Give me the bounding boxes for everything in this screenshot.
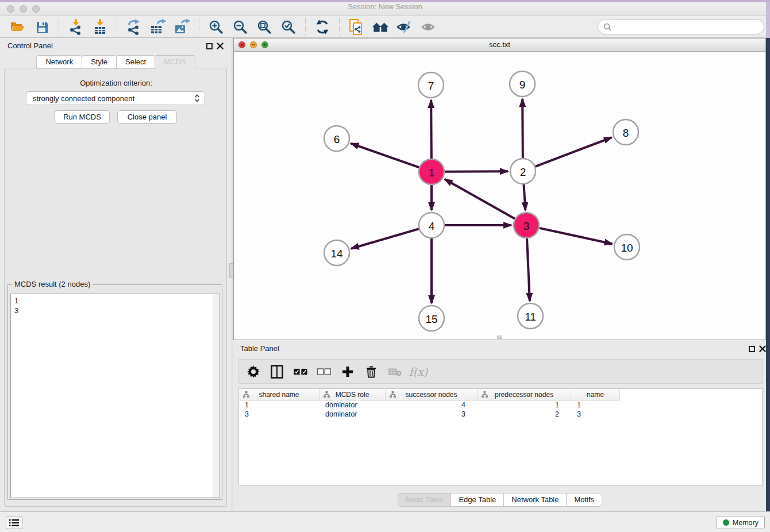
- network-canvas[interactable]: 7968124314101511: [234, 52, 765, 340]
- stepper-arrows-icon: [194, 94, 200, 103]
- column-type-icon: [324, 391, 330, 399]
- column-type-icon: [243, 391, 249, 399]
- deselect-all-icon[interactable]: [317, 364, 331, 379]
- status-bar: Memory: [0, 511, 770, 532]
- table-toolbar: f(x): [238, 359, 763, 384]
- cell-predecessor-nodes[interactable]: 2: [478, 410, 571, 419]
- memory-button[interactable]: Memory: [717, 516, 765, 529]
- column-header-mcds-role[interactable]: MCDS role: [319, 389, 386, 400]
- tab-network-table[interactable]: Network Table: [503, 493, 567, 507]
- cell-mcds-role[interactable]: dominator: [319, 400, 386, 410]
- toolbar-separator: [339, 18, 340, 36]
- hide-selected-icon[interactable]: [396, 18, 413, 36]
- float-table-panel-icon[interactable]: [749, 346, 755, 352]
- tab-network[interactable]: Network: [36, 55, 82, 69]
- node-table[interactable]: shared name MCDS role successor nodes pr…: [238, 388, 763, 485]
- toolbar-separator: [305, 18, 306, 36]
- canvas-resize-handle[interactable]: [497, 336, 502, 339]
- show-all-icon[interactable]: [420, 18, 437, 36]
- cell-mcds-role[interactable]: dominator: [319, 410, 386, 419]
- result-scrollbar[interactable]: [213, 294, 220, 498]
- edge-2-3[interactable]: [523, 184, 525, 210]
- delete-column-trash-icon[interactable]: [364, 364, 378, 379]
- close-panel-button[interactable]: Close panel: [117, 110, 177, 124]
- table-row[interactable]: 3 dominator 3 2 3: [239, 410, 762, 419]
- zoom-out-icon[interactable]: [232, 18, 249, 36]
- cell-successor-nodes[interactable]: 4: [386, 400, 478, 410]
- mcds-result-lines: 13: [14, 296, 18, 315]
- tab-edge-table[interactable]: Edge Table: [451, 493, 504, 507]
- edge-1-7[interactable]: [431, 100, 432, 159]
- save-session-icon[interactable]: [33, 18, 51, 36]
- window-title: Session: New Session: [0, 2, 770, 11]
- column-header-successor-nodes[interactable]: successor nodes: [386, 389, 478, 400]
- toolbar-separator: [199, 18, 199, 36]
- table-row[interactable]: 1 dominator 4 1 1: [239, 400, 762, 410]
- optimization-criterion-label: Optimization criterion:: [5, 79, 228, 87]
- export-image-icon[interactable]: [174, 18, 191, 36]
- edge-1-2[interactable]: [445, 171, 508, 172]
- node-label-6: 6: [334, 133, 340, 145]
- close-panel-icon[interactable]: [217, 43, 224, 49]
- network-view-window: scc.txt 7968124314101511: [233, 38, 766, 340]
- import-table-icon[interactable]: [91, 18, 109, 36]
- zoom-fit-icon[interactable]: [256, 18, 273, 36]
- search-input[interactable]: [598, 19, 764, 34]
- zoom-selected-icon[interactable]: [280, 18, 297, 36]
- float-panel-icon[interactable]: [206, 43, 213, 49]
- node-label-11: 11: [525, 311, 536, 323]
- node-label-1: 1: [429, 167, 435, 179]
- edge-2-8[interactable]: [536, 137, 612, 167]
- cell-name[interactable]: 1: [571, 400, 620, 410]
- cell-name[interactable]: 3: [571, 410, 620, 419]
- tab-mcds[interactable]: MCDS: [155, 55, 195, 69]
- mcds-panel: Optimization criterion: strongly connect…: [4, 68, 227, 507]
- export-table-icon[interactable]: [149, 18, 167, 36]
- mcds-result-box[interactable]: 13: [10, 294, 220, 498]
- run-mcds-button[interactable]: Run MCDS: [55, 110, 110, 124]
- optimization-criterion-select[interactable]: strongly connected component: [26, 91, 205, 105]
- tab-motifs[interactable]: Motifs: [566, 493, 602, 507]
- column-header-predecessor-nodes[interactable]: predecessor nodes: [478, 389, 571, 400]
- column-header-shared-name[interactable]: shared name: [239, 389, 319, 400]
- edge-4-14[interactable]: [351, 229, 419, 248]
- node-label-2: 2: [520, 166, 526, 178]
- cell-shared-name[interactable]: 3: [239, 410, 319, 419]
- search-field[interactable]: [614, 22, 764, 31]
- cell-predecessor-nodes[interactable]: 1: [478, 400, 571, 410]
- network-graph[interactable]: 7968124314101511: [234, 52, 765, 340]
- cell-successor-nodes[interactable]: 3: [386, 410, 478, 419]
- table-settings-gear-icon[interactable]: [247, 364, 260, 379]
- refresh-layout-icon[interactable]: [314, 18, 331, 36]
- node-label-10: 10: [621, 242, 633, 254]
- node-label-8: 8: [623, 127, 629, 139]
- import-network-icon[interactable]: [67, 18, 84, 36]
- edge-3-10[interactable]: [539, 228, 612, 244]
- column-header-name[interactable]: name: [571, 389, 620, 400]
- node-label-14: 14: [330, 248, 343, 260]
- export-network-icon[interactable]: [125, 18, 143, 36]
- zoom-in-icon[interactable]: [207, 18, 225, 36]
- clone-network-icon[interactable]: [348, 18, 365, 36]
- node-label-3: 3: [523, 220, 530, 232]
- edge-3-1[interactable]: [445, 179, 515, 219]
- task-history-button[interactable]: [6, 516, 22, 529]
- cell-shared-name[interactable]: 1: [239, 400, 319, 410]
- select-all-icon[interactable]: [294, 364, 307, 379]
- edge-2-9[interactable]: [522, 99, 523, 158]
- node-label-4: 4: [429, 220, 435, 232]
- column-selector-icon[interactable]: [270, 364, 284, 379]
- table-panel: Table Panel f(x) shared name MCDS role: [233, 340, 766, 511]
- desktop-edge: [766, 38, 770, 511]
- edge-3-11[interactable]: [527, 238, 530, 301]
- close-table-panel-icon[interactable]: [759, 345, 766, 352]
- home-icon[interactable]: [372, 18, 389, 36]
- edge-1-6[interactable]: [351, 144, 419, 168]
- node-label-9: 9: [519, 79, 526, 91]
- tab-style[interactable]: Style: [82, 55, 117, 69]
- tab-node-table[interactable]: Node Table: [398, 493, 452, 507]
- tab-select[interactable]: Select: [116, 55, 155, 69]
- add-column-icon[interactable]: [341, 364, 355, 379]
- open-session-icon[interactable]: [9, 18, 26, 36]
- list-icon: [9, 519, 19, 527]
